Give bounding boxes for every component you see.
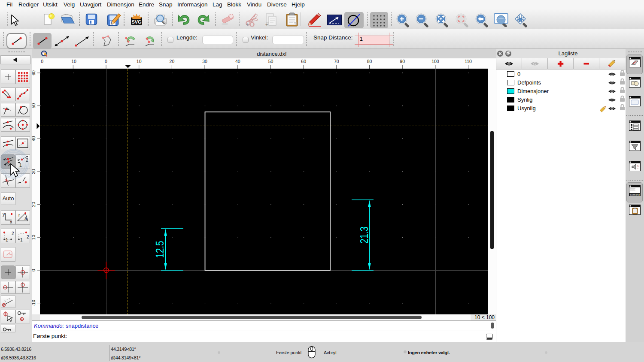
svg-text:10: 10 — [32, 235, 36, 240]
svg-text:30: 30 — [32, 169, 36, 174]
svg-text:10: 10 — [137, 59, 142, 64]
svg-text:r: r — [18, 213, 20, 217]
svg-text:y: y — [3, 211, 5, 217]
svg-text:1: 1 — [6, 238, 8, 242]
svg-text:-10: -10 — [32, 300, 36, 306]
svg-text:SVG: SVG — [131, 19, 141, 24]
svg-text:x: x — [10, 219, 12, 224]
svg-text:+: + — [246, 22, 249, 27]
svg-text:60: 60 — [301, 59, 306, 64]
svg-text:command: command — [630, 193, 640, 196]
svg-text:12.5: 12.5 — [153, 241, 166, 258]
svg-text:80: 80 — [367, 59, 372, 64]
svg-text:50: 50 — [32, 103, 36, 109]
svg-text:Lagliste: Lagliste — [559, 50, 578, 57]
svg-text:1: 1 — [19, 163, 22, 168]
svg-text:2: 2 — [26, 157, 28, 163]
svg-text:2: 2 — [12, 231, 14, 236]
svg-text:-10: -10 — [70, 59, 76, 64]
svg-text:a: a — [24, 216, 27, 221]
svg-text:1: 1 — [20, 238, 23, 242]
svg-text:0: 0 — [105, 59, 107, 64]
svg-text:40: 40 — [235, 59, 240, 64]
svg-text:0: 0 — [32, 269, 36, 272]
svg-text:20: 20 — [170, 59, 175, 64]
svg-text:70: 70 — [334, 59, 339, 64]
svg-text:90: 90 — [400, 59, 405, 64]
svg-text:110: 110 — [465, 59, 472, 64]
svg-text:60: 60 — [32, 70, 36, 75]
svg-text:100: 100 — [431, 59, 439, 64]
svg-text:50: 50 — [268, 59, 273, 64]
svg-text:30: 30 — [202, 59, 207, 64]
svg-text:40: 40 — [32, 136, 36, 141]
svg-text:+: + — [265, 22, 268, 27]
svg-text:20: 20 — [32, 202, 36, 207]
svg-text:2: 2 — [27, 235, 29, 239]
svg-text:21.3: 21.3 — [358, 226, 371, 244]
